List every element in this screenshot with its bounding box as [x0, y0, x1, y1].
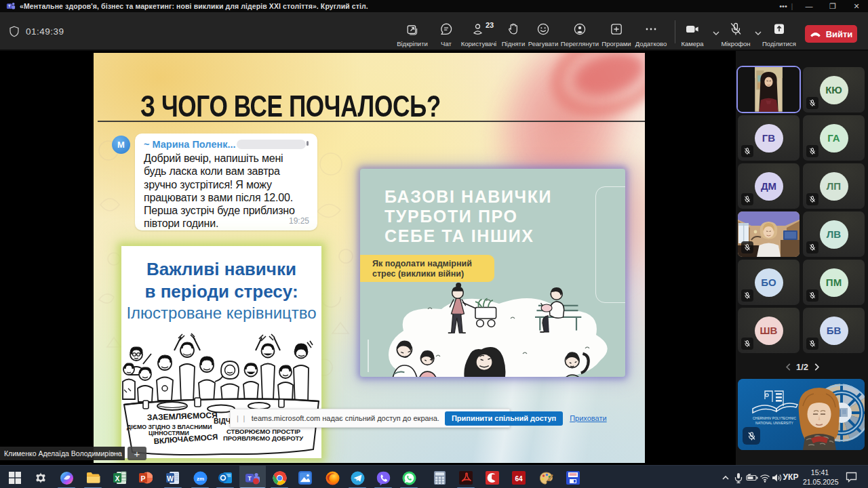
tray-chevron-icon[interactable]	[719, 471, 732, 485]
tray-notifications-icon[interactable]	[844, 470, 859, 484]
taskbar-icon-powerpoint[interactable]: P	[138, 470, 154, 486]
taskbar-icon-outlook[interactable]	[217, 470, 233, 486]
taskbar-icon-acrobat[interactable]	[458, 470, 474, 486]
leave-button[interactable]: Вийти	[805, 25, 857, 43]
page-next-icon[interactable]	[814, 363, 821, 371]
minimize-button[interactable]: —	[803, 0, 815, 12]
restore-button[interactable]: ❐	[827, 0, 839, 12]
people-park-illustration	[360, 281, 625, 377]
video-tile-presenter-camera[interactable]: CHERNIHIV POLYTECHNIC NATIONAL UNIVERSIT…	[738, 379, 865, 450]
share-button[interactable]: Поділитися	[757, 20, 802, 53]
mic-muted-indicator	[741, 289, 753, 302]
poster-right-title-2: ТУРБОТИ ПРО	[384, 207, 517, 226]
avatar: БВ	[820, 317, 848, 345]
stop-sharing-button[interactable]: Припинити спільний доступ	[445, 411, 563, 426]
taskbar-icon-corel[interactable]	[484, 470, 500, 486]
participant-tile-ЛВ[interactable]: ЛВ	[803, 211, 865, 257]
taskbar-icon-word[interactable]: W	[165, 470, 181, 486]
taskbar-icon-copilot[interactable]	[58, 470, 75, 486]
taskbar-icon-photos[interactable]	[297, 470, 313, 486]
page-indicator: 1/2	[796, 362, 808, 372]
meeting-timer: 01:49:39	[9, 26, 64, 37]
taskbar-icon-excel[interactable]: X	[112, 470, 128, 486]
svg-text:P: P	[140, 474, 145, 483]
mic-muted-icon	[728, 21, 744, 37]
taskbar-icon-start[interactable]	[7, 470, 23, 486]
hide-banner-link[interactable]: Приховати	[570, 414, 606, 422]
taskbar-icon-app64[interactable]: 64	[511, 470, 527, 486]
avatar: БО	[755, 268, 783, 297]
poster-left-subtitle: Ілюстроване керівництво	[121, 304, 321, 323]
taskbar-icon-calculator[interactable]	[431, 470, 448, 486]
participant-tile-ГВ[interactable]: ГВ	[738, 115, 800, 161]
sidebar-pagination: 1/2	[736, 359, 868, 374]
poster-right-title-1: БАЗОВІ НАВИЧКИ	[384, 187, 552, 207]
mic-muted-indicator	[743, 427, 760, 445]
participant-tile-ДМ[interactable]: ДМ	[738, 163, 800, 209]
taskbar-icon-viber[interactable]	[375, 470, 391, 486]
taskbar-icon-explorer[interactable]	[85, 470, 101, 486]
participant-tile-ГА[interactable]: ГА	[803, 115, 865, 161]
active-speaker-video	[738, 67, 800, 112]
zoom-in-button[interactable]: +	[127, 447, 146, 460]
banner-grip-icon[interactable]: ❘❘	[235, 415, 248, 422]
camera-button[interactable]: Камера	[670, 20, 715, 53]
share-screen-icon	[771, 22, 787, 37]
taskbar-icon-whatsapp[interactable]	[401, 470, 417, 486]
shared-screen-slide: З ЧОГО ВСЕ ПОЧАЛОСЬ? М ~ Марина Поленк..…	[94, 53, 645, 463]
svg-text:zm: zm	[196, 476, 203, 482]
participant-tile-БВ[interactable]: БВ	[803, 308, 865, 353]
tray-date: 21.05.2025	[803, 477, 837, 487]
poster-right-title-3: СЕБЕ ТА ІНШИХ	[384, 226, 534, 246]
tray-mic-icon[interactable]	[732, 471, 745, 485]
svg-text:X: X	[115, 474, 119, 483]
avatar: ПМ	[820, 268, 848, 297]
taskbar-icon-firefox[interactable]	[324, 470, 340, 486]
view-person-icon	[572, 22, 587, 37]
window-titlebar: T «Ментальне здоров'я, бізнес та маркети…	[0, 0, 868, 12]
titlebar-more-button[interactable]: •••	[777, 0, 789, 12]
hangup-icon	[810, 30, 821, 37]
mic-muted-indicator	[741, 145, 753, 157]
smiley-icon	[536, 22, 551, 37]
meeting-title: «Ментальне здоров'я, бізнес та маркетинг…	[20, 2, 368, 10]
taskbar-icon-chrome[interactable]	[271, 470, 288, 486]
tray-wifi-icon[interactable]	[758, 471, 772, 485]
mic-muted-indicator	[806, 338, 818, 350]
more-button[interactable]: Додатково	[629, 20, 673, 53]
raised-hand-icon	[506, 22, 521, 37]
page-prev-icon[interactable]	[785, 363, 791, 371]
zoom-out-button[interactable]: —	[113, 449, 121, 458]
participant-tile-ШВ[interactable]: ШВ	[738, 308, 800, 353]
avatar: ГА	[820, 124, 848, 152]
tray-clock[interactable]: 15:4121.05.2025	[803, 468, 837, 487]
poster-left-title-1: Важливі навички	[121, 259, 321, 280]
share-banner-text: teams.microsoft.com надає спільний досту…	[252, 414, 439, 422]
taskbar-icon-zoom[interactable]: zm	[192, 470, 208, 486]
taskbar-icon-backup[interactable]	[565, 470, 581, 486]
tray-battery-icon[interactable]	[745, 471, 759, 485]
chat-message-text: Добрий вечір, напишіть мені будь ласка к…	[144, 152, 313, 230]
poster-right-badge: Як подолати надмірний стрес (виклики вій…	[360, 255, 494, 282]
participant-tile-КЮ[interactable]: КЮ	[803, 67, 865, 113]
video-tile-active-speaker[interactable]	[736, 66, 801, 113]
video-tile-participant-camera[interactable]	[738, 211, 800, 257]
presenter-name-label: Клименко Аделаїда Володимирівна —	[0, 447, 125, 460]
tray-time: 15:41	[803, 468, 837, 477]
participant-tile-БО[interactable]: БО	[738, 260, 800, 305]
taskbar-icon-settings[interactable]	[33, 470, 49, 486]
taskbar-icon-telegram[interactable]	[349, 470, 366, 486]
microphone-button[interactable]: Мікрофон	[713, 20, 758, 53]
app-window: T «Ментальне здоров'я, бізнес та маркети…	[0, 0, 868, 488]
table-celebration-illustration: ЗАЗЕМЛЯЄМОСЯ ДІЄМО ЗГІДНО З ВЛАСНИМИ ЦІН…	[121, 326, 321, 458]
tray-language[interactable]: УКР	[781, 472, 800, 482]
university-logo-text-1: CHERNIHIV POLYTECHNIC	[753, 416, 796, 420]
windows-taskbar: XPWzmT64УКР15:4121.05.2025	[0, 465, 868, 488]
chat-message-bubble: ~ Марина Поленк... Добрий вечір, напишіт…	[135, 134, 317, 230]
participant-tile-ПМ[interactable]: ПМ	[803, 260, 865, 305]
taskbar-icon-teams[interactable]: T	[244, 470, 260, 486]
close-button[interactable]: ✕	[850, 0, 863, 12]
taskbar-icon-paint[interactable]	[538, 470, 554, 486]
participant-tile-ЛП[interactable]: ЛП	[803, 163, 865, 209]
chat-avatar: М	[112, 136, 130, 154]
